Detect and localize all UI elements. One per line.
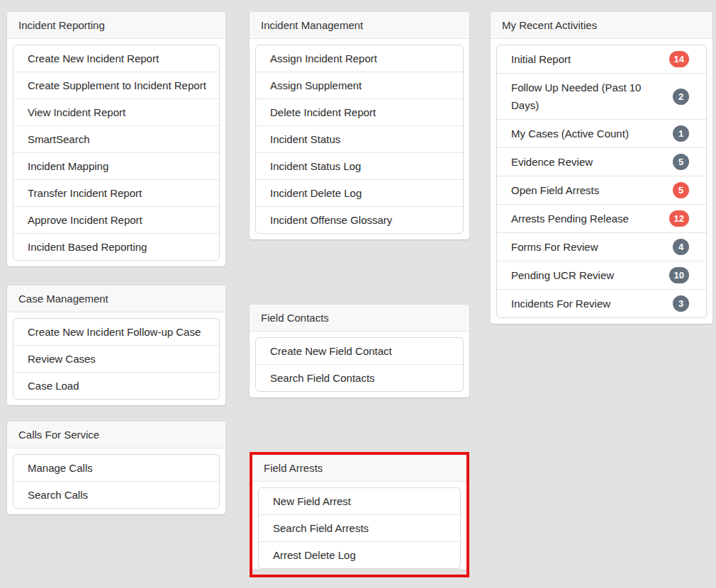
menu-item[interactable]: Manage Calls [13, 455, 219, 481]
menu-item[interactable]: Incident Mapping [13, 152, 219, 179]
menu-item[interactable]: Review Cases [13, 345, 219, 372]
menu-item[interactable]: Search Calls [13, 481, 219, 508]
card-title-calls-for-service: Calls For Service [7, 422, 225, 448]
activity-label: My Cases (Active Count) [511, 125, 673, 142]
menu-item[interactable]: Delete Incident Report [256, 98, 463, 125]
menu-item[interactable]: Transfer Incident Report [13, 179, 219, 206]
menu-list-incident-management: Assign Incident ReportAssign SupplementD… [255, 45, 464, 234]
activity-item[interactable]: Initial Report14 [497, 45, 706, 73]
menu-item[interactable]: Incident Status Log [256, 152, 463, 179]
count-badge: 10 [669, 267, 689, 283]
menu-list-field-arrests: New Field ArrestSearch Field ArrestsArre… [258, 487, 461, 569]
card-field-contacts: Field Contacts Create New Field ContactS… [250, 305, 469, 397]
menu-item[interactable]: Create New Incident Report [13, 45, 219, 72]
menu-item[interactable]: Create New Incident Follow-up Case [13, 319, 219, 345]
activity-label: Incidents For Review [511, 295, 673, 312]
activity-label: Pending UCR Review [511, 266, 669, 284]
count-badge: 3 [673, 295, 689, 312]
menu-item[interactable]: New Field Arrest [259, 488, 460, 514]
menu-item[interactable]: Search Field Contacts [256, 364, 463, 391]
activity-item[interactable]: Incidents For Review3 [497, 289, 706, 317]
card-calls-for-service: Calls For Service Manage CallsSearch Cal… [7, 422, 225, 514]
activity-label: Initial Report [511, 50, 669, 68]
count-badge: 12 [669, 210, 689, 227]
activity-item[interactable]: Open Field Arrests5 [497, 176, 706, 204]
card-title-my-recent-activities: My Recent Activities [491, 12, 712, 39]
menu-list-calls-for-service: Manage CallsSearch Calls [13, 454, 220, 509]
menu-item[interactable]: Approve Incident Report [13, 206, 219, 233]
card-title-field-contacts: Field Contacts [250, 305, 469, 332]
menu-item[interactable]: Create Supplement to Incident Report [13, 72, 219, 98]
column-middle: Incident Management Assign Incident Repo… [250, 12, 469, 577]
activity-item[interactable]: Pending UCR Review10 [497, 261, 706, 289]
red-highlight-box: Field Arrests New Field ArrestSearch Fie… [250, 452, 469, 577]
menu-list-field-contacts: Create New Field ContactSearch Field Con… [255, 337, 464, 392]
card-my-recent-activities: My Recent Activities Initial Report14Fol… [491, 12, 712, 324]
menu-list-case-management: Create New Incident Follow-up CaseReview… [13, 318, 220, 400]
menu-item[interactable]: Case Load [13, 372, 219, 399]
activity-item[interactable]: My Cases (Active Count)1 [497, 119, 706, 147]
card-title-case-management: Case Management [7, 285, 225, 312]
menu-item[interactable]: Incident Offense Glossary [256, 206, 463, 233]
activity-item[interactable]: Follow Up Needed (Past 10 Days)2 [497, 73, 706, 119]
menu-item[interactable]: Assign Incident Report [256, 45, 463, 72]
count-badge: 14 [669, 51, 689, 67]
menu-item[interactable]: Create New Field Contact [256, 338, 463, 364]
activity-label: Forms For Review [511, 238, 673, 256]
menu-item[interactable]: Arrest Delete Log [259, 541, 460, 568]
activity-label: Open Field Arrests [511, 181, 673, 199]
activity-label: Evidence Review [511, 153, 673, 171]
count-badge: 1 [673, 125, 689, 142]
card-incident-management: Incident Management Assign Incident Repo… [250, 12, 469, 239]
activity-label: Arrests Pending Release [511, 210, 669, 227]
count-badge: 5 [673, 182, 689, 198]
menu-item[interactable]: Incident Based Reporting [13, 233, 219, 260]
menu-item[interactable]: Search Field Arrests [259, 514, 460, 541]
menu-item[interactable]: Incident Delete Log [256, 179, 463, 206]
column-left: Incident Reporting Create New Incident R… [7, 12, 225, 514]
activity-item[interactable]: Evidence Review5 [497, 147, 706, 176]
column-right: My Recent Activities Initial Report14Fol… [491, 12, 712, 324]
menu-item[interactable]: Incident Status [256, 125, 463, 152]
card-title-field-arrests: Field Arrests [252, 455, 466, 482]
menu-item[interactable]: Assign Supplement [256, 72, 463, 98]
dashboard: Incident Reporting Create New Incident R… [0, 0, 716, 577]
card-title-incident-reporting: Incident Reporting [7, 12, 225, 39]
count-badge: 2 [673, 89, 689, 105]
menu-item[interactable]: SmartSearch [13, 125, 219, 152]
activity-label: Follow Up Needed (Past 10 Days) [511, 79, 673, 114]
activity-list: Initial Report14Follow Up Needed (Past 1… [496, 45, 707, 318]
count-badge: 4 [673, 239, 689, 255]
card-title-incident-management: Incident Management [250, 12, 469, 39]
card-case-management: Case Management Create New Incident Foll… [7, 285, 225, 405]
menu-list-incident-reporting: Create New Incident ReportCreate Supplem… [13, 45, 220, 261]
activity-item[interactable]: Forms For Review4 [497, 232, 706, 261]
card-incident-reporting: Incident Reporting Create New Incident R… [7, 12, 225, 266]
count-badge: 5 [673, 154, 689, 170]
card-field-arrests: Field Arrests New Field ArrestSearch Fie… [252, 455, 466, 569]
menu-item[interactable]: View Incident Report [13, 98, 219, 125]
activity-item[interactable]: Arrests Pending Release12 [497, 204, 706, 232]
